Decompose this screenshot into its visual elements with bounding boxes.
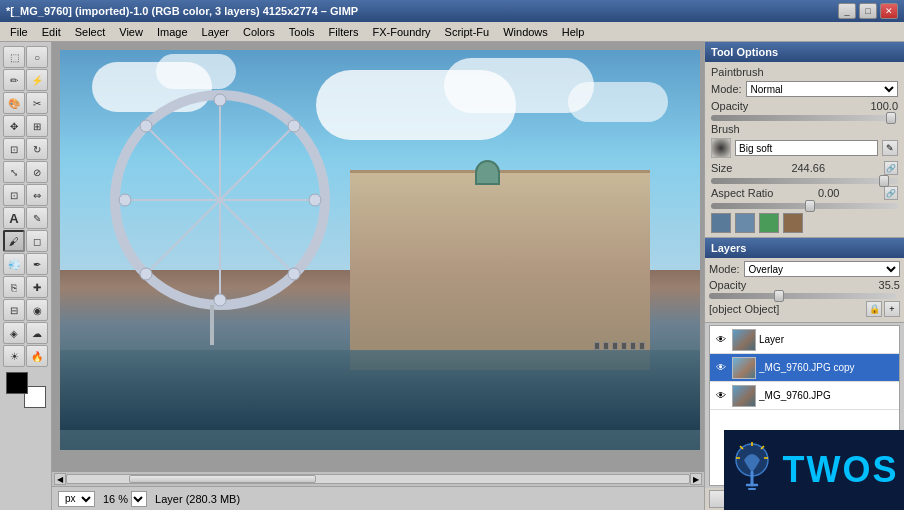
lock-position-btn[interactable]: +: [884, 301, 900, 317]
tool-free-select[interactable]: ✏: [3, 69, 25, 91]
tool-rotate[interactable]: ↻: [26, 138, 48, 160]
menu-windows[interactable]: Windows: [497, 24, 554, 40]
tool-clone[interactable]: ⎘: [3, 276, 25, 298]
tool-airbrush[interactable]: 💨: [3, 253, 25, 275]
tool-scissors[interactable]: ✂: [26, 92, 48, 114]
zoom-value: 16 %: [103, 493, 128, 505]
menu-view[interactable]: View: [113, 24, 149, 40]
layer-name-layer: Layer: [759, 334, 896, 345]
unit-select[interactable]: px: [58, 491, 95, 507]
menu-layer[interactable]: Layer: [196, 24, 236, 40]
layer-visibility-original[interactable]: 👁: [713, 388, 729, 404]
swatch-2[interactable]: [735, 213, 755, 233]
paintbrush-label-row: Paintbrush: [711, 66, 898, 78]
tool-sharpen[interactable]: ◈: [3, 322, 25, 344]
menu-edit[interactable]: Edit: [36, 24, 67, 40]
tool-shear[interactable]: ⊘: [26, 161, 48, 183]
twos-text: TWOS: [783, 449, 899, 491]
size-chain-btn[interactable]: 🔗: [884, 161, 898, 175]
canvas-wrapper[interactable]: [52, 42, 704, 472]
tool-ellipse-select[interactable]: ○: [26, 46, 48, 68]
tool-smudge[interactable]: ☁: [26, 322, 48, 344]
tool-options-header: Tool Options: [705, 42, 904, 62]
maximize-button[interactable]: □: [859, 3, 877, 19]
svg-point-9: [309, 194, 321, 206]
tool-perspective[interactable]: ⊡: [3, 184, 25, 206]
layer-thumb-layer: [732, 329, 756, 351]
layer-item-layer[interactable]: 👁 Layer: [710, 326, 899, 354]
layer-visibility-copy[interactable]: 👁: [713, 360, 729, 376]
scroll-right-btn[interactable]: ▶: [690, 473, 702, 485]
menu-image[interactable]: Image: [151, 24, 194, 40]
tool-scale[interactable]: ⤡: [3, 161, 25, 183]
mode-select[interactable]: Normal: [746, 81, 898, 97]
svg-line-4: [142, 122, 220, 200]
tool-crop[interactable]: ⊡: [3, 138, 25, 160]
tool-paintbrush[interactable]: 🖌: [3, 230, 25, 252]
tool-flip[interactable]: ⇔: [26, 184, 48, 206]
tool-ink[interactable]: ✒: [26, 253, 48, 275]
menu-colors[interactable]: Colors: [237, 24, 281, 40]
layers-opacity-label: Opacity: [709, 279, 746, 291]
aspect-row: Aspect Ratio 0.00 🔗: [711, 186, 898, 200]
brush-name[interactable]: Big soft: [735, 140, 878, 156]
tool-blur[interactable]: ◉: [26, 299, 48, 321]
menu-filters[interactable]: Filters: [323, 24, 365, 40]
zoom-select[interactable]: ▼: [131, 491, 147, 507]
menu-fx-foundry[interactable]: FX-Foundry: [366, 24, 436, 40]
scroll-left-btn[interactable]: ◀: [54, 473, 66, 485]
tool-select-by-color[interactable]: 🎨: [3, 92, 25, 114]
tool-heal[interactable]: ✚: [26, 276, 48, 298]
tool-eraser[interactable]: ◻: [26, 230, 48, 252]
brush-selector: Big soft ✎: [711, 138, 898, 158]
color-selector[interactable]: [6, 372, 46, 408]
menu-tools[interactable]: Tools: [283, 24, 321, 40]
layer-item-original[interactable]: 👁 _MG_9760.JPG: [710, 382, 899, 410]
size-slider[interactable]: [711, 178, 898, 184]
canvas-area: ◀ ▶ px 16 % ▼ Layer (280.3 MB): [52, 42, 704, 510]
brush-edit-btn[interactable]: ✎: [882, 140, 898, 156]
main-layout: ⬚ ○ ✏ ⚡ 🎨 ✂ ✥ ⊞ ⊡ ↻ ⤡ ⊘ ⊡ ⇔ A ✎: [0, 42, 904, 510]
swatch-1[interactable]: [711, 213, 731, 233]
foreground-color-box[interactable]: [6, 372, 28, 394]
menu-script-fu[interactable]: Script-Fu: [439, 24, 496, 40]
aspect-slider[interactable]: [711, 203, 898, 209]
tool-perspective-clone[interactable]: ⊟: [3, 299, 25, 321]
tool-burn[interactable]: 🔥: [26, 345, 48, 367]
minimize-button[interactable]: _: [838, 3, 856, 19]
menu-select[interactable]: Select: [69, 24, 112, 40]
opacity-slider[interactable]: [711, 115, 898, 121]
canvas-image[interactable]: [60, 50, 700, 450]
tool-dodge[interactable]: ☀: [3, 345, 25, 367]
unit-selector: px: [58, 491, 95, 507]
tool-align[interactable]: ⊞: [26, 115, 48, 137]
lock-pixels-btn[interactable]: 🔒: [866, 301, 882, 317]
layers-mode-select[interactable]: Overlay: [744, 261, 900, 277]
left-toolbar: ⬚ ○ ✏ ⚡ 🎨 ✂ ✥ ⊞ ⊡ ↻ ⤡ ⊘ ⊡ ⇔ A ✎: [0, 42, 52, 510]
close-button[interactable]: ✕: [880, 3, 898, 19]
menu-file[interactable]: File: [4, 24, 34, 40]
swatch-4[interactable]: [783, 213, 803, 233]
tool-paths[interactable]: ✎: [26, 207, 48, 229]
menu-help[interactable]: Help: [556, 24, 591, 40]
river: [60, 350, 700, 430]
scroll-thumb[interactable]: [129, 475, 316, 483]
svg-point-10: [214, 294, 226, 306]
tool-move[interactable]: ✥: [3, 115, 25, 137]
tool-text[interactable]: A: [3, 207, 25, 229]
aspect-chain-btn[interactable]: 🔗: [884, 186, 898, 200]
scroll-track[interactable]: [66, 474, 690, 484]
london-eye-spokes: [110, 90, 330, 310]
window-title: *[_MG_9760] (imported)-1.0 (RGB color, 3…: [6, 5, 358, 17]
swatch-3[interactable]: [759, 213, 779, 233]
county-hall: [350, 170, 650, 370]
mode-label: Mode:: [711, 83, 742, 95]
tool-fuzzy-select[interactable]: ⚡: [26, 69, 48, 91]
tool-rectangle-select[interactable]: ⬚: [3, 46, 25, 68]
layer-item-copy[interactable]: 👁 _MG_9760.JPG copy: [710, 354, 899, 382]
svg-point-8: [214, 94, 226, 106]
right-panel: Tool Options Paintbrush Mode: Normal Opa…: [704, 42, 904, 510]
horizontal-scrollbar[interactable]: ◀ ▶: [52, 472, 704, 486]
layers-opacity-slider[interactable]: [709, 293, 896, 299]
layer-visibility-layer[interactable]: 👁: [713, 332, 729, 348]
